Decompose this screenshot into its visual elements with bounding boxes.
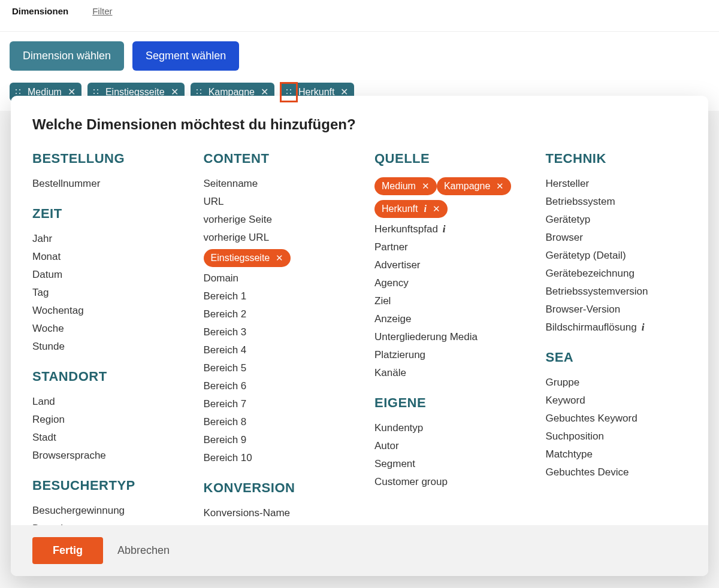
dimension-item[interactable]: Platzierung [374, 346, 516, 364]
group-konversion-title: KONVERSION [204, 480, 345, 496]
dimension-item[interactable]: Autor [374, 437, 516, 455]
dimension-item[interactable]: Browser [546, 229, 687, 247]
group-zeit-title: ZEIT [32, 206, 174, 222]
info-icon[interactable]: i [424, 204, 426, 214]
choose-segment-button[interactable]: Segment wählen [132, 41, 239, 71]
dimension-item[interactable]: Matchtype [546, 445, 687, 463]
selected-pill-einstiegsseite[interactable]: Einstiegsseite ✕ [204, 249, 291, 267]
selected-pill[interactable]: Medium✕ [374, 177, 437, 195]
dimension-item[interactable]: Datum [32, 266, 174, 284]
dimension-item[interactable]: Besuchergewinnung [32, 502, 174, 520]
dimension-item[interactable]: URL [204, 193, 345, 211]
dimension-item[interactable]: Kundentyp [374, 419, 516, 437]
close-icon[interactable]: ✕ [276, 253, 283, 263]
dimension-item[interactable]: Gerätetyp (Detail) [546, 247, 687, 265]
dimension-item[interactable]: Bereich 8 [204, 413, 345, 431]
dimension-item[interactable]: Ziel [374, 292, 516, 310]
pill-label: Einstiegsseite [211, 253, 270, 263]
dimension-item[interactable]: Bereich 9 [204, 431, 345, 449]
dimension-item[interactable]: Betriebssystemversion [546, 283, 687, 301]
panel-footer: Fertig Abbrechen [11, 525, 708, 576]
dimension-item[interactable]: Konversions-Name [204, 504, 345, 522]
dimension-item[interactable]: Anzeige [374, 310, 516, 328]
dimension-item[interactable]: Jahr [32, 230, 174, 248]
dimension-item[interactable]: Agency [374, 274, 516, 292]
group-standort-title: STANDORT [32, 369, 174, 384]
drag-handle-icon[interactable] [14, 88, 22, 96]
close-icon[interactable]: ✕ [433, 204, 440, 214]
dimension-item[interactable]: Bereich 3 [204, 323, 345, 341]
dimension-item[interactable]: Partner [374, 238, 516, 256]
col-2: CONTENT SeitennameURLvorherige Seitevorh… [204, 151, 345, 525]
col-3: QUELLE Medium✕Kampagne✕Herkunfti✕ Herkun… [374, 151, 516, 525]
info-icon[interactable]: i [642, 322, 645, 334]
dimension-item[interactable]: Stunde [32, 338, 174, 356]
group-eigene-title: EIGENE [374, 395, 516, 411]
dimension-item[interactable]: Suchposition [546, 428, 687, 445]
drag-handle-icon[interactable] [285, 88, 292, 96]
dimension-item[interactable]: Tag [32, 284, 174, 302]
dimension-item-herkunftspfad[interactable]: Herkunftspfad i [374, 220, 516, 238]
dimension-item[interactable]: Gebuchtes Keyword [546, 410, 687, 428]
dimension-item[interactable]: Gruppe [546, 374, 687, 392]
selected-pill[interactable]: Kampagne✕ [437, 177, 511, 195]
top-tabs: Dimensionen Filter [0, 0, 719, 20]
dimension-item[interactable]: Bereich 7 [204, 395, 345, 413]
pill-label: Kampagne [444, 181, 490, 192]
item-label: Bildschirmauflösung [546, 322, 637, 334]
group-bestellung-title: BESTELLUNG [32, 151, 174, 166]
dimension-item[interactable]: Domain [204, 269, 345, 287]
dimension-item[interactable]: Customer group [374, 473, 516, 491]
dimension-item-bildschirm[interactable]: Bildschirmauflösung i [546, 319, 687, 337]
dimension-item[interactable]: Bereich 4 [204, 341, 345, 359]
dimension-item[interactable]: Bereich 5 [204, 359, 345, 377]
close-icon[interactable]: ✕ [496, 181, 504, 192]
tab-dimensions[interactable]: Dimensionen [12, 6, 68, 20]
dimension-item[interactable]: Bereich 10 [204, 449, 345, 467]
dimension-item[interactable]: Gebuchtes Device [546, 463, 687, 481]
dimension-item[interactable]: Land [32, 393, 174, 411]
drag-handle-icon[interactable] [195, 88, 203, 96]
group-besuchertyp-title: BESUCHERTYP [32, 478, 174, 493]
tab-filter[interactable]: Filter [92, 6, 112, 20]
dimension-item[interactable]: Bereich 2 [204, 305, 345, 323]
done-button[interactable]: Fertig [32, 537, 103, 564]
dimension-item[interactable]: Gerätebezeichnung [546, 265, 687, 283]
dimension-item[interactable]: Betriebssystem [546, 193, 687, 211]
info-icon[interactable]: i [443, 223, 446, 235]
group-content-title: CONTENT [204, 151, 345, 166]
dimension-item[interactable]: vorherige URL [204, 229, 345, 247]
selected-pill[interactable]: Herkunfti✕ [374, 200, 448, 218]
dimension-item[interactable]: Stadt [32, 429, 174, 447]
dimension-item[interactable]: Segment [374, 455, 516, 473]
pill-label: Medium [382, 181, 416, 192]
dimension-item[interactable]: Region [32, 411, 174, 429]
dimension-item[interactable]: Woche [32, 320, 174, 338]
dimension-item[interactable]: Browser-Version [546, 301, 687, 319]
pill-label: Herkunft [382, 204, 418, 214]
dimension-item[interactable]: Seitenname [204, 175, 345, 193]
dimension-item[interactable]: vorherige Seite [204, 211, 345, 229]
drag-handle-icon[interactable] [92, 88, 99, 96]
dimension-item[interactable]: Besucherstatus [32, 520, 174, 525]
dimension-item[interactable]: Keyword [546, 392, 687, 410]
dimension-picker-panel: Welche Dimensionen möchtest du hinzufüge… [11, 96, 708, 576]
cancel-button[interactable]: Abbrechen [117, 544, 170, 557]
item-label: Herkunftspfad [374, 223, 438, 235]
choose-dimension-button[interactable]: Dimension wählen [10, 41, 124, 71]
divider [0, 20, 719, 32]
dimension-item[interactable]: Hersteller [546, 175, 687, 193]
dimension-item[interactable]: Bereich 6 [204, 377, 345, 395]
dimension-item[interactable]: Gerätetyp [546, 211, 687, 229]
dimension-item[interactable]: Monat [32, 248, 174, 266]
close-icon[interactable]: ✕ [422, 181, 430, 192]
dimension-item[interactable]: Browsersprache [32, 447, 174, 465]
dimension-item[interactable]: Advertiser [374, 256, 516, 274]
dimension-item[interactable]: Bereich 1 [204, 287, 345, 305]
dimension-item[interactable]: Bestellnummer [32, 175, 174, 193]
group-quelle-title: QUELLE [374, 151, 516, 166]
dimension-item[interactable]: Wochentag [32, 302, 174, 320]
dimension-item[interactable]: Untergliederung Media [374, 328, 516, 346]
dimension-item[interactable]: Kanäle [374, 364, 516, 382]
col-1: BESTELLUNG Bestellnummer ZEIT JahrMonatD… [32, 151, 174, 525]
